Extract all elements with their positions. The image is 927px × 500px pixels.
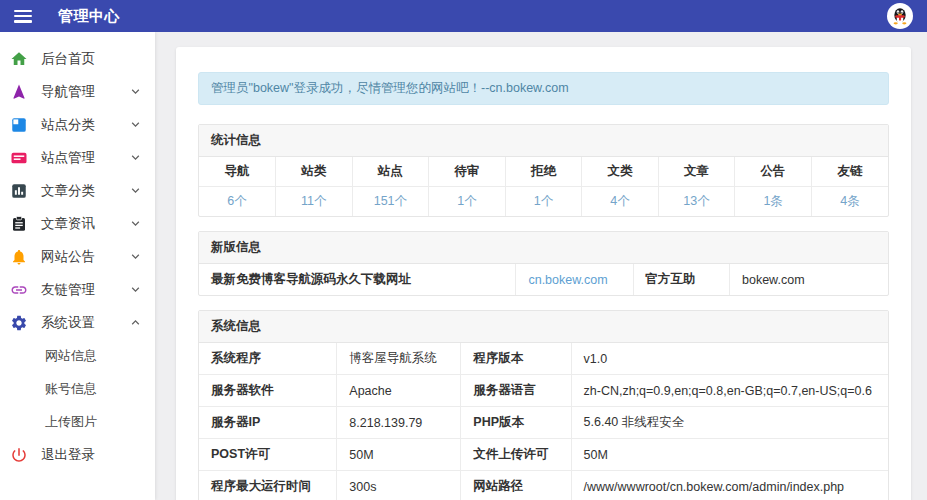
- system-label: 系统程序: [199, 343, 337, 375]
- stats-panel-title: 统计信息: [199, 125, 888, 157]
- version-table: 最新免费博客导航源码永久下载网址 cn.bokew.com 官方互助 bokew…: [199, 264, 888, 295]
- chevron-down-icon: [128, 249, 143, 264]
- stats-col-header: 公告: [735, 157, 812, 187]
- sidebar-item-system-settings[interactable]: 系统设置: [0, 306, 155, 339]
- sidebar-item-dashboard[interactable]: 后台首页: [0, 42, 155, 75]
- version-panel-title: 新版信息: [199, 232, 888, 264]
- stats-col-header: 文类: [582, 157, 659, 187]
- official-help-label: 官方互助: [633, 264, 729, 295]
- sidebar-item-friend-links[interactable]: 友链管理: [0, 273, 155, 306]
- official-help-value: bokew.com: [730, 264, 888, 295]
- chevron-down-icon: [128, 150, 143, 165]
- stats-col-header: 文章: [658, 157, 735, 187]
- sidebar-item-logout[interactable]: 退出登录: [0, 438, 155, 471]
- stats-header-row: 导航 站类 站点 待审 拒绝 文类 文章 公告 友链: [199, 157, 888, 187]
- sidebar-item-label: 文章资讯: [41, 215, 128, 233]
- menu-hamburger-icon[interactable]: [14, 10, 32, 23]
- system-label: PHP版本: [461, 407, 571, 439]
- chevron-up-icon: [128, 315, 143, 330]
- system-value: 8.218.139.79: [337, 407, 461, 439]
- chevron-down-icon: [128, 216, 143, 231]
- system-value: 5.6.40 非线程安全: [571, 407, 888, 439]
- sidebar: 后台首页 导航管理 站点分类 站点管理: [0, 32, 155, 500]
- sidebar-item-announcement[interactable]: 网站公告: [0, 240, 155, 273]
- system-value: v1.0: [571, 343, 888, 375]
- system-value: Apache: [337, 375, 461, 407]
- stats-value[interactable]: 151个: [352, 187, 429, 217]
- link-icon: [10, 281, 28, 299]
- login-success-alert: 管理员"bokew"登录成功，尽情管理您的网站吧！--cn.bokew.com: [198, 72, 889, 105]
- topbar: 管理中心: [0, 0, 927, 32]
- system-label: 服务器软件: [199, 375, 337, 407]
- stats-col-header: 拒绝: [505, 157, 582, 187]
- navigation-icon: [10, 83, 28, 101]
- site-card-icon: [10, 149, 28, 167]
- chevron-down-icon: [128, 183, 143, 198]
- system-label: POST许可: [199, 439, 337, 471]
- stats-value[interactable]: 11个: [276, 187, 353, 217]
- bell-icon: [10, 248, 28, 266]
- power-icon: [10, 446, 28, 464]
- system-panel: 系统信息 系统程序 博客屋导航系统 程序版本 v1.0 服务器软件 Apache…: [198, 310, 889, 500]
- system-table: 系统程序 博客屋导航系统 程序版本 v1.0 服务器软件 Apache 服务器语…: [199, 343, 888, 500]
- stats-col-header: 站点: [352, 157, 429, 187]
- stats-value[interactable]: 4个: [582, 187, 659, 217]
- system-label: 程序版本: [461, 343, 571, 375]
- sidebar-item-site-category[interactable]: 站点分类: [0, 108, 155, 141]
- stats-panel: 统计信息 导航 站类 站点 待审 拒绝 文类 文章 公告 友链 6个: [198, 124, 889, 217]
- sidebar-item-label: 退出登录: [41, 446, 143, 464]
- user-avatar[interactable]: [887, 3, 913, 29]
- system-panel-title: 系统信息: [199, 311, 888, 343]
- sidebar-item-label: 后台首页: [41, 50, 143, 68]
- stats-value[interactable]: 13个: [658, 187, 735, 217]
- sidebar-subitem-upload-image[interactable]: 上传图片: [0, 405, 155, 438]
- system-label: 网站路径: [461, 471, 571, 500]
- bar-chart-icon: [10, 182, 28, 200]
- version-row: 最新免费博客导航源码永久下载网址 cn.bokew.com 官方互助 bokew…: [199, 264, 888, 295]
- clipboard-icon: [10, 215, 28, 233]
- sidebar-item-label: 导航管理: [41, 83, 128, 101]
- version-panel: 新版信息 最新免费博客导航源码永久下载网址 cn.bokew.com 官方互助 …: [198, 231, 889, 296]
- system-value: 50M: [337, 439, 461, 471]
- download-url-link[interactable]: cn.bokew.com: [516, 264, 633, 295]
- stats-col-header: 站类: [276, 157, 353, 187]
- sidebar-item-article-news[interactable]: 文章资讯: [0, 207, 155, 240]
- stats-table: 导航 站类 站点 待审 拒绝 文类 文章 公告 友链 6个 11个 151个: [199, 157, 888, 216]
- sidebar-item-nav-manage[interactable]: 导航管理: [0, 75, 155, 108]
- version-label: 最新免费博客导航源码永久下载网址: [199, 264, 516, 295]
- sidebar-item-label: 站点分类: [41, 116, 128, 134]
- stats-value[interactable]: 1个: [505, 187, 582, 217]
- system-value: zh-CN,zh;q=0.9,en;q=0.8,en-GB;q=0.7,en-U…: [571, 375, 888, 407]
- system-row: 程序最大运行时间 300s 网站路径 /www/wwwroot/cn.bokew…: [199, 471, 888, 500]
- sidebar-item-article-category[interactable]: 文章分类: [0, 174, 155, 207]
- sidebar-subitem-site-info[interactable]: 网站信息: [0, 339, 155, 372]
- system-value: 300s: [337, 471, 461, 500]
- sidebar-item-label: 文章分类: [41, 182, 128, 200]
- sidebar-item-label: 网站公告: [41, 248, 128, 266]
- sidebar-item-label: 系统设置: [41, 314, 128, 332]
- system-label: 服务器语言: [461, 375, 571, 407]
- stats-col-header: 友链: [811, 157, 888, 187]
- stats-value[interactable]: 4条: [811, 187, 888, 217]
- stats-value[interactable]: 6个: [199, 187, 276, 217]
- system-value: /www/wwwroot/cn.bokew.com/admin/index.ph…: [571, 471, 888, 500]
- system-label: 文件上传许可: [461, 439, 571, 471]
- stats-col-header: 待审: [429, 157, 506, 187]
- sidebar-subitem-account-info[interactable]: 账号信息: [0, 372, 155, 405]
- system-value: 50M: [571, 439, 888, 471]
- stats-value[interactable]: 1个: [429, 187, 506, 217]
- chevron-down-icon: [128, 117, 143, 132]
- system-row: 服务器IP 8.218.139.79 PHP版本 5.6.40 非线程安全: [199, 407, 888, 439]
- stats-value-row: 6个 11个 151个 1个 1个 4个 13个 1条 4条: [199, 187, 888, 217]
- stats-value[interactable]: 1条: [735, 187, 812, 217]
- sidebar-item-label: 友链管理: [41, 281, 128, 299]
- main-area: 管理员"bokew"登录成功，尽情管理您的网站吧！--cn.bokew.com …: [155, 32, 927, 500]
- sidebar-item-site-manage[interactable]: 站点管理: [0, 141, 155, 174]
- app-title: 管理中心: [58, 7, 120, 26]
- content-card: 管理员"bokew"登录成功，尽情管理您的网站吧！--cn.bokew.com …: [176, 47, 911, 500]
- chevron-down-icon: [128, 84, 143, 99]
- category-icon: [10, 116, 28, 134]
- system-label: 服务器IP: [199, 407, 337, 439]
- system-row: 系统程序 博客屋导航系统 程序版本 v1.0: [199, 343, 888, 375]
- qq-penguin-icon: [889, 5, 911, 27]
